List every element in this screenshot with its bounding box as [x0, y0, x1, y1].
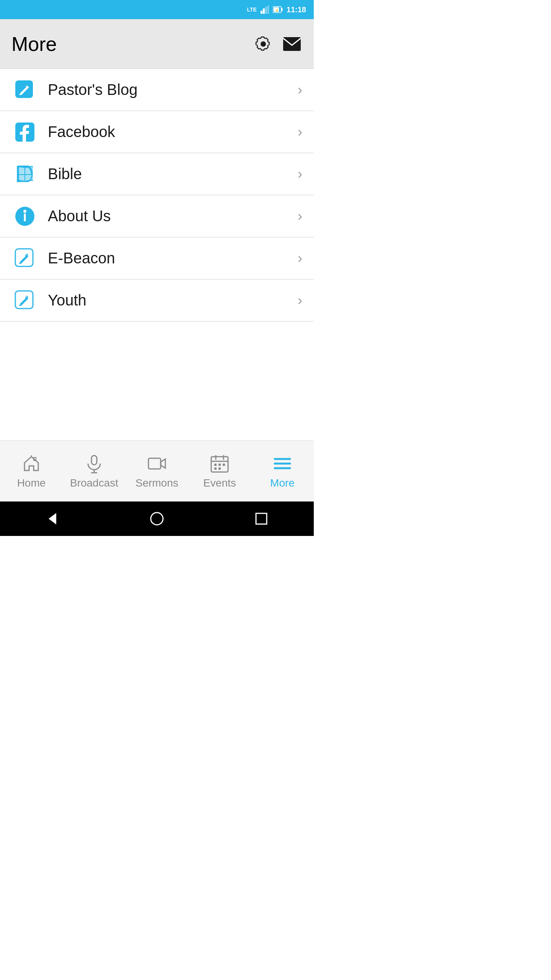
mail-button[interactable] [281, 33, 302, 54]
chevron-right-icon: › [298, 82, 302, 98]
battery-icon: ⚡ [273, 6, 283, 13]
svg-rect-28 [214, 464, 217, 466]
svg-marker-3 [267, 5, 269, 14]
svg-rect-5 [281, 8, 282, 11]
menu-item-bible[interactable]: Bible › [0, 153, 314, 195]
calendar-icon [209, 453, 230, 474]
edit-icon-3 [11, 287, 38, 314]
menu-item-label-pastors-blog: Pastor's Blog [48, 81, 298, 98]
page-title: More [11, 33, 57, 56]
svg-marker-36 [49, 513, 56, 524]
svg-rect-38 [256, 513, 267, 524]
home-icon [21, 453, 42, 474]
svg-marker-1 [263, 8, 265, 14]
nav-item-events[interactable]: Events [188, 441, 251, 501]
chevron-right-icon: › [298, 250, 302, 266]
menu-item-label-facebook: Facebook [48, 123, 298, 140]
header-actions [253, 33, 302, 54]
svg-rect-16 [19, 263, 21, 264]
svg-rect-32 [218, 467, 221, 470]
menu-item-about-us[interactable]: i About Us › [0, 195, 314, 237]
svg-marker-2 [265, 7, 267, 14]
menu-item-label-youth: Youth [48, 292, 298, 309]
signal-icon [261, 5, 269, 14]
lte-indicator: LTE [247, 7, 256, 13]
svg-rect-18 [19, 305, 21, 306]
chevron-right-icon: › [298, 208, 302, 224]
svg-point-14 [23, 210, 26, 213]
status-time: 11:18 [287, 5, 306, 14]
menu-item-label-bible: Bible [48, 165, 298, 183]
recents-button[interactable] [250, 507, 273, 530]
nav-item-label-more: More [270, 477, 295, 489]
svg-rect-23 [148, 458, 161, 469]
edit-icon [11, 77, 38, 103]
menu-item-pastors-blog[interactable]: Pastor's Blog › [0, 69, 314, 111]
info-icon: i [11, 203, 38, 230]
chevron-right-icon: › [298, 124, 302, 140]
settings-button[interactable] [253, 33, 274, 54]
nav-item-broadcast[interactable]: Broadcast [63, 441, 126, 501]
back-button[interactable] [41, 507, 64, 530]
svg-marker-0 [261, 11, 262, 14]
nav-item-label-events: Events [203, 477, 236, 489]
svg-rect-29 [218, 464, 221, 466]
chevron-right-icon: › [298, 292, 302, 309]
svg-rect-31 [214, 467, 217, 470]
status-bar: LTE ⚡ 11:18 [0, 0, 314, 19]
menu-item-youth[interactable]: Youth › [0, 279, 314, 322]
svg-rect-10 [19, 94, 21, 95]
camera-icon [147, 453, 168, 474]
menu-icon [272, 453, 293, 474]
nav-item-label-sermons: Sermons [135, 477, 178, 489]
svg-rect-8 [283, 37, 301, 51]
home-button[interactable] [145, 507, 168, 530]
edit-icon-2 [11, 245, 38, 272]
menu-item-label-about-us: About Us [48, 207, 298, 225]
svg-text:⚡: ⚡ [275, 8, 279, 13]
svg-rect-30 [223, 464, 225, 466]
nav-item-home[interactable]: Home [0, 441, 63, 501]
system-navigation-bar [0, 501, 314, 536]
bottom-navigation: Home Broadcast Sermons [0, 440, 314, 501]
nav-item-more[interactable]: More [251, 441, 314, 501]
facebook-icon [11, 119, 38, 145]
nav-item-label-broadcast: Broadcast [70, 477, 118, 489]
header: More [0, 19, 314, 69]
nav-item-sermons[interactable]: Sermons [126, 441, 188, 501]
mic-icon [84, 453, 105, 474]
svg-rect-20 [91, 456, 97, 465]
chevron-right-icon: › [298, 166, 302, 182]
menu-list: Pastor's Blog › Facebook › [0, 69, 314, 440]
menu-item-label-e-beacon: E-Beacon [48, 250, 298, 267]
svg-point-37 [151, 513, 163, 525]
book-icon [11, 161, 38, 188]
nav-item-label-home: Home [17, 477, 46, 489]
menu-item-facebook[interactable]: Facebook › [0, 111, 314, 153]
menu-item-e-beacon[interactable]: E-Beacon › [0, 237, 314, 279]
